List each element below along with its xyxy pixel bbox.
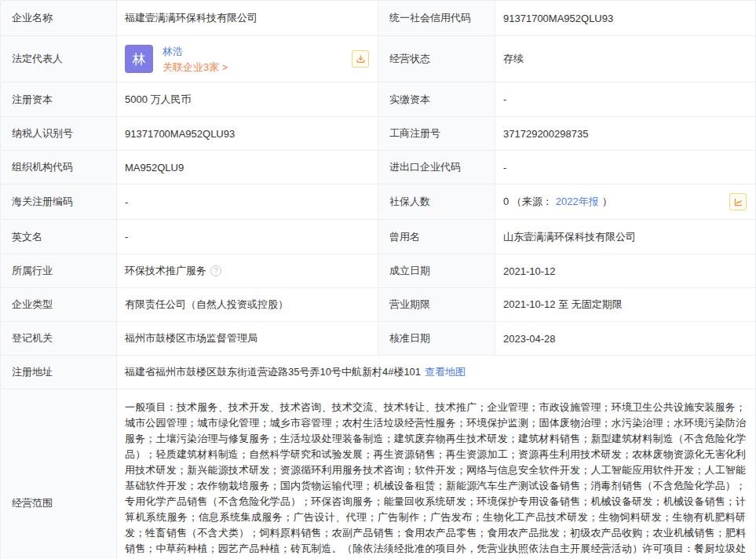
former-name-value: 山东壹满满环保科技有限公司 — [495, 220, 755, 254]
credit-code-label: 统一社会信用代码 — [378, 1, 495, 35]
paid-capital-label: 实缴资本 — [378, 82, 495, 116]
table-row: 注册地址 福建省福州市鼓楼区鼓东街道营迹路35号弄10号中航新村4#楼101 查… — [1, 356, 755, 389]
establish-date-value: 2021-10-12 — [495, 254, 755, 287]
reg-authority-label: 登记机关 — [1, 322, 117, 355]
legal-rep-name-link[interactable]: 林浩 — [163, 45, 228, 58]
reg-capital-value: 5000 万人民币 — [117, 82, 378, 116]
view-map-link[interactable]: 查看地图 — [425, 365, 466, 379]
table-row: 登记机关 福州市鼓楼区市场监督管理局 核准日期 2023-04-28 — [1, 322, 755, 356]
table-row: 注册资本 5000 万人民币 实缴资本 - — [1, 82, 755, 117]
related-companies-link[interactable]: 关联企业3家 > — [163, 60, 228, 74]
table-row: 纳税人识别号 91371700MA952QLU93 工商注册号 37172920… — [1, 117, 755, 151]
company-type-value: 有限责任公司（自然人投资或控股） — [117, 288, 378, 321]
reg-authority-value: 福州市鼓楼区市场监督管理局 — [117, 322, 378, 355]
industry-value: 环保技术推广服务 — [125, 264, 206, 278]
reg-address-label: 注册地址 — [1, 356, 117, 389]
establish-date-label: 成立日期 — [378, 254, 495, 287]
table-row: 经营范围 一般项目：技术服务、技术开发、技术咨询、技术交流、技术转让、技术推广；… — [1, 389, 755, 559]
reg-no-value: 371729200298735 — [495, 117, 755, 150]
reg-no-label: 工商注册号 — [378, 117, 495, 150]
avatar[interactable]: 林 — [125, 45, 153, 73]
table-row: 英文名 - 曾用名 山东壹满满环保科技有限公司 — [1, 220, 755, 254]
ie-code-value: - — [495, 151, 755, 184]
chart-icon[interactable] — [729, 193, 747, 210]
social-insurance-cell: 0 （来源： 2022年报 ） — [495, 185, 755, 219]
english-name-value: - — [117, 220, 378, 254]
company-type-label: 企业类型 — [1, 288, 117, 321]
approval-date-label: 核准日期 — [378, 322, 495, 355]
business-term-label: 营业期限 — [378, 288, 495, 321]
biz-status-label: 经营状态 — [378, 36, 495, 82]
ie-code-label: 进出口企业代码 — [378, 151, 495, 184]
table-row: 企业名称 福建壹满满环保科技有限公司 统一社会信用代码 91371700MA95… — [1, 1, 755, 36]
table-row: 海关注册编码 - 社保人数 0 （来源： 2022年报 ） — [1, 185, 755, 220]
approval-date-value: 2023-04-28 — [495, 322, 755, 355]
org-code-label: 组织机构代码 — [1, 151, 117, 184]
table-row: 所属行业 环保技术推广服务 ? 成立日期 2021-10-12 — [1, 254, 755, 288]
business-scope-label: 经营范围 — [1, 389, 117, 559]
biz-status-value: 存续 — [495, 36, 755, 82]
industry-cell: 环保技术推广服务 ? — [117, 254, 378, 287]
industry-label: 所属行业 — [1, 254, 117, 287]
download-icon[interactable] — [352, 50, 369, 68]
former-name-label: 曾用名 — [378, 220, 495, 254]
business-term-value: 2021-10-12 至 无固定期限 — [495, 288, 755, 321]
reg-address-value: 福建省福州市鼓楼区鼓东街道营迹路35号弄10号中航新村4#楼101 — [125, 365, 421, 379]
english-name-label: 英文名 — [1, 220, 117, 254]
help-icon[interactable]: ? — [210, 265, 221, 276]
customs-code-label: 海关注册编码 — [1, 185, 117, 219]
legal-rep-label: 法定代表人 — [1, 36, 117, 82]
annual-report-link[interactable]: 2022年报 — [556, 195, 599, 209]
company-info-table: 企业名称 福建壹满满环保科技有限公司 统一社会信用代码 91371700MA95… — [0, 0, 756, 559]
table-row: 法定代表人 林 林浩 关联企业3家 > 经营状态 存续 — [1, 36, 755, 82]
company-name-value: 福建壹满满环保科技有限公司 — [117, 1, 378, 35]
company-name-label: 企业名称 — [1, 1, 117, 35]
paid-capital-value: - — [495, 82, 755, 116]
business-scope-value: 一般项目：技术服务、技术开发、技术咨询、技术交流、技术转让、技术推广；企业管理；… — [117, 389, 755, 559]
taxpayer-id-label: 纳税人识别号 — [1, 117, 117, 150]
reg-capital-label: 注册资本 — [1, 82, 117, 116]
org-code-value: MA952QLU9 — [117, 151, 378, 184]
customs-code-value: - — [117, 185, 378, 219]
social-insurance-count: 0 （来源： — [503, 195, 553, 209]
credit-code-value: 91371700MA952QLU93 — [495, 1, 755, 35]
social-insurance-label: 社保人数 — [378, 185, 495, 219]
table-row: 企业类型 有限责任公司（自然人投资或控股） 营业期限 2021-10-12 至 … — [1, 288, 755, 322]
taxpayer-id-value: 91371700MA952QLU93 — [117, 117, 378, 150]
table-row: 组织机构代码 MA952QLU9 进出口企业代码 - — [1, 151, 755, 185]
social-insurance-suffix: ） — [602, 195, 612, 209]
reg-address-cell: 福建省福州市鼓楼区鼓东街道营迹路35号弄10号中航新村4#楼101 查看地图 — [117, 356, 755, 389]
legal-rep-cell: 林 林浩 关联企业3家 > — [117, 36, 378, 82]
